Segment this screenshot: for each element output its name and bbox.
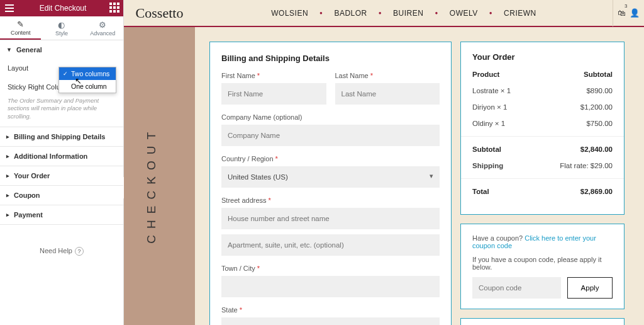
layout-option-label: Two columns [71, 70, 109, 77]
brown-strip [124, 27, 195, 325]
user-icon[interactable]: 👤 [630, 8, 640, 18]
cart-icon[interactable]: 🛍 [618, 8, 626, 18]
check-icon: ✓ [63, 71, 69, 77]
nav-item[interactable]: BADLOR [334, 9, 367, 18]
tab-style[interactable]: ◐Style [41, 16, 82, 40]
section-billing-head[interactable]: ▸Billing and Shipping Details [0, 127, 123, 146]
caret-right-icon: ▸ [6, 192, 9, 198]
total-value: $2,869.00 [580, 188, 613, 195]
checkout-vertical-label: CHECKOUT [145, 126, 158, 244]
sidebar-tabs: ✎Content ◐Style ⚙Advanced [0, 16, 123, 40]
apps-icon[interactable] [109, 3, 121, 14]
street-input-1[interactable] [221, 208, 440, 229]
nav-item[interactable]: OWELV [450, 9, 478, 18]
tab-content[interactable]: ✎Content [0, 16, 41, 40]
section-payment-label: Payment [14, 211, 43, 219]
sticky-note: The Order Summary and Payment sections w… [0, 97, 123, 127]
tab-content-label: Content [11, 30, 31, 36]
sidebar-title: Edit Checkout [40, 4, 87, 13]
section-additional-label: Additional Information [14, 152, 87, 160]
tab-advanced[interactable]: ⚙Advanced [82, 16, 123, 40]
total-label: Total [472, 188, 489, 195]
dot-icon: ● [435, 10, 438, 16]
apply-button[interactable]: Apply [567, 277, 613, 299]
dot-icon: ● [379, 10, 382, 16]
nav-item[interactable]: WOLSIEN [271, 9, 308, 18]
top-icons: 🛍 3 👤 [613, 0, 644, 26]
main-nav: WOLSIEN● BADLOR● BUIREN● OWELV● CRIEWN [195, 9, 613, 18]
caret-down-icon: ▼ [6, 47, 12, 53]
layout-dropdown[interactable]: ✓Two columns One column [58, 67, 116, 93]
country-label: Country / Region * [221, 155, 440, 162]
order-item-name: Lostrate × 1 [472, 87, 511, 94]
layout-option-two-columns[interactable]: ✓Two columns [59, 67, 116, 80]
nav-item[interactable]: BUIREN [393, 9, 423, 18]
layout-option-one-column[interactable]: One column [59, 80, 116, 93]
order-item-name: Diriyon × 1 [472, 103, 507, 111]
company-input[interactable] [221, 125, 440, 146]
section-order-head[interactable]: ▸Your Order [0, 166, 123, 185]
caret-right-icon: ▸ [6, 153, 9, 159]
tab-style-label: Style [55, 30, 68, 37]
main: Billing and Shipping Details First Name … [209, 42, 637, 325]
first-name-input[interactable] [221, 83, 326, 105]
order-card: Your Order ProductSubtotal Lostrate × 1$… [460, 42, 625, 215]
dot-icon: ● [489, 10, 492, 16]
coupon-card: Have a coupon? Click here to enter your … [460, 224, 625, 309]
order-item-name: Oldiny × 1 [472, 120, 505, 127]
cart-badge: 3 [625, 3, 627, 9]
section-general-label: General [16, 46, 42, 54]
last-name-input[interactable] [335, 83, 440, 105]
section-order-label: Your Order [14, 172, 50, 180]
order-item-price: $890.00 [586, 87, 613, 94]
caret-right-icon: ▸ [6, 173, 9, 179]
coupon-instruction: If you have a coupon code, please apply … [472, 256, 613, 271]
layout-label: Layout [8, 64, 28, 72]
section-billing-label: Billing and Shipping Details [14, 133, 105, 140]
menu-icon[interactable] [3, 2, 16, 14]
street-label: Street address * [221, 197, 440, 204]
billing-title: Billing and Shipping Details [221, 54, 440, 63]
order-title: Your Order [472, 52, 613, 62]
need-help[interactable]: Need Help? [0, 247, 123, 256]
section-payment-head[interactable]: ▸Payment [0, 205, 123, 224]
need-help-label: Need Help [40, 247, 72, 254]
order-item-price: $750.00 [586, 120, 613, 127]
section-additional-head[interactable]: ▸Additional Information [0, 147, 123, 166]
pencil-icon: ✎ [17, 20, 24, 29]
shipping-label: Shipping [472, 162, 503, 169]
section-coupon-label: Coupon [14, 191, 40, 199]
town-input[interactable] [221, 276, 440, 297]
first-name-label: First Name * [221, 72, 326, 79]
payment-card: Stripe [460, 318, 625, 325]
caret-right-icon: ▸ [6, 212, 9, 218]
sidebar-header: Edit Checkout [0, 0, 123, 16]
billing-panel: Billing and Shipping Details First Name … [209, 42, 452, 325]
subtotal-label: Subtotal [472, 145, 501, 153]
town-label: Town / City * [221, 265, 440, 272]
section-coupon-head[interactable]: ▸Coupon [0, 186, 123, 205]
coupon-input[interactable] [472, 277, 561, 299]
order-header-subtotal: Subtotal [584, 71, 613, 78]
contrast-icon: ◐ [58, 20, 65, 30]
order-item-price: $1,200.00 [580, 103, 613, 111]
country-select[interactable]: United States (US) [221, 166, 440, 188]
state-select[interactable]: California [221, 317, 440, 325]
gear-icon: ⚙ [99, 20, 106, 30]
nav-item[interactable]: CRIEWN [504, 9, 536, 18]
section-general-head[interactable]: ▼General [0, 40, 123, 59]
caret-right-icon: ▸ [6, 134, 9, 140]
company-label: Company Name (optional) [221, 113, 440, 121]
topbar: Cossetto WOLSIEN● BADLOR● BUIREN● OWELV●… [124, 0, 644, 27]
order-header-product: Product [472, 71, 499, 78]
dot-icon: ● [319, 10, 323, 16]
logo[interactable]: Cossetto [124, 5, 195, 21]
street-input-2[interactable] [221, 234, 440, 256]
editor-sidebar: Edit Checkout ✎Content ◐Style ⚙Advanced … [0, 0, 124, 325]
right-column: Your Order ProductSubtotal Lostrate × 1$… [460, 42, 625, 325]
last-name-label: Last Name * [335, 72, 440, 79]
layout-option-label: One column [71, 83, 107, 90]
state-label: State * [221, 306, 440, 314]
tab-advanced-label: Advanced [90, 30, 115, 37]
coupon-question: Have a coupon? Click here to enter your … [472, 234, 613, 249]
